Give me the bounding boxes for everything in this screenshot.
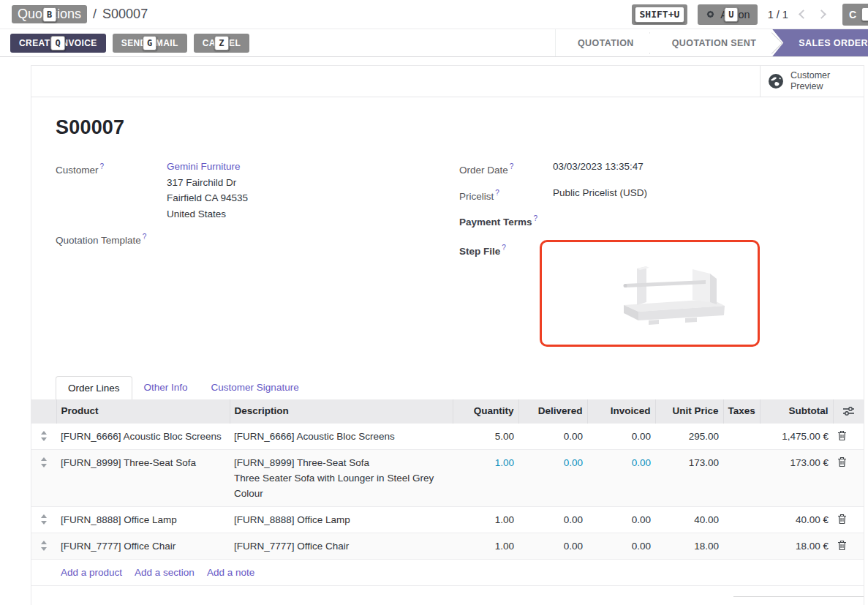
pager-counter: 1 / 1 xyxy=(768,9,788,20)
create-invoice-button[interactable]: CREATE INVOICE Q xyxy=(10,34,106,53)
cell-delivered[interactable]: 0.00 xyxy=(518,533,587,560)
cell-product[interactable]: [FURN_7777] Office Chair xyxy=(56,533,230,560)
form-action-bar: CREATE INVOICE Q SEND EMAIL G CANCEL Z Q… xyxy=(0,29,868,57)
stage-quotation-sent[interactable]: QUOTATION SENT xyxy=(650,29,773,56)
customer-preview-label: Customer Preview xyxy=(790,70,830,92)
cell-quantity[interactable]: 1.00 xyxy=(453,450,518,507)
row-delete-button[interactable] xyxy=(833,424,864,450)
help-question-icon: ? xyxy=(143,233,147,241)
cell-unit-price[interactable]: 40.00 xyxy=(655,507,723,533)
order-date-field-label: Order Date? xyxy=(459,159,553,178)
cell-taxes[interactable] xyxy=(723,450,760,507)
order-line-row: [FURN_7777] Office Chair [FURN_7777] Off… xyxy=(31,533,864,560)
cell-quantity[interactable]: 1.00 xyxy=(453,533,518,560)
help-question-icon: ? xyxy=(502,244,506,252)
stage-quotation[interactable]: QUOTATION xyxy=(556,29,650,56)
cell-invoiced[interactable]: 0.00 xyxy=(587,450,655,507)
sliders-icon xyxy=(842,406,855,416)
cell-unit-price[interactable]: 295.00 xyxy=(655,424,723,450)
table-header-row: Product Description Quantity Delivered I… xyxy=(31,399,864,424)
order-line-row: [FURN_6666] Acoustic Bloc Screens [FURN_… xyxy=(31,424,864,450)
globe-icon xyxy=(768,73,784,89)
column-header-delivered: Delivered xyxy=(518,399,587,424)
cell-description[interactable]: [FURN_7777] Office Chair xyxy=(230,533,453,560)
cell-delivered[interactable]: 0.00 xyxy=(518,450,587,507)
cell-product[interactable]: [FURN_8888] Office Lamp xyxy=(56,507,230,533)
cell-unit-price[interactable]: 18.00 xyxy=(655,533,723,560)
pager-next-button[interactable] xyxy=(817,10,826,19)
breadcrumb-separator: / xyxy=(93,7,97,22)
breadcrumb-parent-link[interactable]: Quotations B xyxy=(12,5,87,23)
row-delete-button[interactable] xyxy=(833,533,864,560)
cell-quantity[interactable]: 5.00 xyxy=(453,424,518,450)
trash-icon xyxy=(837,430,847,441)
breadcrumb: Quotations B / S00007 xyxy=(12,5,148,23)
optional-columns-toggle[interactable] xyxy=(833,399,864,424)
cell-description[interactable]: [FURN_8888] Office Lamp xyxy=(230,507,453,533)
step-file-field-label: Step File? xyxy=(459,240,553,259)
cell-taxes[interactable] xyxy=(723,507,760,533)
cell-taxes[interactable] xyxy=(723,424,760,450)
action-menu-button[interactable]: Action U xyxy=(698,4,757,25)
row-delete-button[interactable] xyxy=(833,507,864,533)
drag-handle-icon xyxy=(40,541,48,551)
row-drag-handle[interactable] xyxy=(31,424,56,450)
add-a-product-link[interactable]: Add a product xyxy=(61,565,122,580)
customer-preview-button[interactable]: Customer Preview xyxy=(760,66,864,97)
cell-product[interactable]: [FURN_8999] Three-Seat Sofa xyxy=(56,450,230,507)
trash-icon xyxy=(837,514,847,525)
send-email-button[interactable]: SEND EMAIL G xyxy=(113,34,187,53)
pricelist-field-value[interactable]: Public Pricelist (USD) xyxy=(553,185,647,204)
cell-invoiced[interactable]: 0.00 xyxy=(587,533,655,560)
help-question-icon: ? xyxy=(100,162,105,170)
row-drag-handle[interactable] xyxy=(31,533,56,560)
column-header-invoiced: Invoiced xyxy=(587,399,655,424)
customer-link[interactable]: Gemini Furniture xyxy=(167,161,241,172)
smart-button-strip: Customer Preview xyxy=(31,66,864,97)
order-date-field-value[interactable]: 03/03/2023 13:35:47 xyxy=(553,159,644,178)
add-a-section-link[interactable]: Add a section xyxy=(135,565,195,580)
tab-other-info[interactable]: Other Info xyxy=(132,376,200,399)
field-payment-terms: Payment Terms? xyxy=(459,211,864,230)
corner-hinted-button[interactable]: C xyxy=(842,4,868,26)
stage-label: QUOTATION xyxy=(578,38,634,48)
tab-customer-signature[interactable]: Customer Signature xyxy=(200,376,311,399)
cell-invoiced[interactable]: 0.00 xyxy=(587,424,655,450)
terms-and-conditions-input[interactable]: Terms and conditions... xyxy=(59,596,161,605)
customer-address-line: Fairfield CA 94535 xyxy=(167,192,248,203)
record-pager: 1 / 1 xyxy=(768,9,825,20)
field-customer: Customer? Gemini Furniture 317 Fairchild… xyxy=(56,159,459,222)
cell-invoiced[interactable]: 0.00 xyxy=(587,507,655,533)
stage-sales-order[interactable]: SALES ORDER xyxy=(772,29,868,56)
cell-unit-price[interactable]: 173.00 xyxy=(655,450,723,507)
customer-field-label: Customer? xyxy=(56,159,167,222)
row-drag-handle[interactable] xyxy=(31,450,56,507)
stage-label: SALES ORDER xyxy=(799,38,868,48)
keyboard-hint-badge: U xyxy=(724,7,738,22)
global-shortcut-chip: SHIFT+U xyxy=(632,4,688,25)
cell-delivered[interactable]: 0.00 xyxy=(518,424,587,450)
breadcrumb-current: S00007 xyxy=(102,7,148,22)
pager-previous-button[interactable] xyxy=(799,10,808,19)
cell-delivered[interactable]: 0.00 xyxy=(518,507,587,533)
field-quotation-template: Quotation Template? xyxy=(56,229,459,248)
cell-description[interactable]: [FURN_8999] Three-Seat Sofa Three Seater… xyxy=(230,450,453,507)
cell-taxes[interactable] xyxy=(723,533,760,560)
customer-field-value: Gemini Furniture 317 Fairchild Dr Fairfi… xyxy=(167,159,248,222)
cell-product[interactable]: [FURN_6666] Acoustic Bloc Screens xyxy=(56,424,230,450)
column-header-unit-price: Unit Price xyxy=(655,399,723,424)
cell-quantity[interactable]: 1.00 xyxy=(453,507,518,533)
row-delete-button[interactable] xyxy=(833,450,864,507)
tab-order-lines[interactable]: Order Lines xyxy=(56,376,132,399)
add-a-note-link[interactable]: Add a note xyxy=(207,565,254,580)
cell-description[interactable]: [FURN_6666] Acoustic Bloc Screens xyxy=(230,424,453,450)
pricelist-field-label: Pricelist? xyxy=(459,185,553,204)
keyboard-hint-badge: Z xyxy=(214,36,229,50)
help-question-icon: ? xyxy=(495,189,499,197)
column-header-subtotal: Subtotal xyxy=(760,399,833,424)
step-file-image-highlighted[interactable] xyxy=(540,240,760,347)
cancel-button[interactable]: CANCEL Z xyxy=(194,34,249,53)
trash-icon xyxy=(837,456,847,467)
order-line-row: [FURN_8888] Office Lamp [FURN_8888] Offi… xyxy=(31,507,864,533)
row-drag-handle[interactable] xyxy=(31,507,56,533)
